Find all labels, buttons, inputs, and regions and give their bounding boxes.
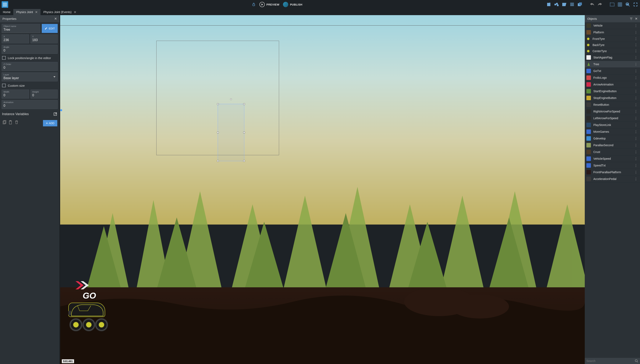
scene-view[interactable]: GO: [59, 15, 585, 364]
y-field[interactable]: Y: [31, 34, 58, 43]
tab-physics-joint[interactable]: Physics Joint ✕: [13, 9, 41, 15]
y-input[interactable]: [32, 38, 56, 42]
object-item[interactable]: Crust⋮: [585, 149, 640, 156]
more-icon[interactable]: ⋮: [633, 82, 638, 86]
more-icon[interactable]: ⋮: [633, 37, 638, 41]
object-item[interactable]: ArrowAnimation⋮: [585, 81, 640, 88]
object-item[interactable]: AccelerationPedal⋮: [585, 176, 640, 182]
object-item[interactable]: ResetButton⋮: [585, 102, 640, 108]
angle-field[interactable]: Angle: [2, 45, 58, 54]
more-icon[interactable]: ⋮: [633, 49, 638, 53]
object-item[interactable]: SpeedTxt⋮: [585, 162, 640, 169]
search-icon[interactable]: [635, 359, 638, 363]
object-item[interactable]: LeftArrowForSpeed⋮: [585, 115, 640, 122]
object-item[interactable]: CenterTyre⋮: [585, 48, 640, 54]
search-input[interactable]: [586, 359, 635, 363]
objects-search[interactable]: [585, 358, 640, 364]
more-icon[interactable]: ⋮: [633, 177, 638, 181]
object-item[interactable]: StartAgainFlag⋮: [585, 54, 640, 61]
more-icon[interactable]: ⋮: [633, 89, 638, 93]
close-icon[interactable]: ✕: [54, 17, 57, 21]
object-name-input[interactable]: [4, 28, 39, 32]
object-item[interactable]: FrontParallaxPlatform⋮: [585, 169, 640, 176]
more-icon[interactable]: ⋮: [633, 116, 638, 120]
more-icon[interactable]: ⋮: [633, 130, 638, 134]
more-icon[interactable]: ⋮: [633, 56, 638, 60]
more-icon[interactable]: ⋮: [633, 76, 638, 80]
custom-size-checkbox[interactable]: [2, 84, 6, 87]
object-item[interactable]: PlayStoreLink⋮: [585, 122, 640, 128]
lock-checkbox-row[interactable]: Lock position/angle in the editor: [2, 55, 58, 60]
close-icon[interactable]: ✕: [35, 10, 38, 14]
mask-icon[interactable]: [609, 2, 615, 7]
more-icon[interactable]: ⋮: [633, 43, 638, 47]
object-item[interactable]: StartEngineButton⋮: [585, 88, 640, 95]
tab-physics-joint-events[interactable]: Physics Joint (Events) ✕: [41, 9, 79, 15]
add-button[interactable]: + ADD: [43, 120, 57, 126]
debug-button[interactable]: [252, 2, 256, 6]
copy-icon[interactable]: [2, 120, 7, 124]
more-icon[interactable]: ⋮: [633, 150, 638, 154]
windows-icon[interactable]: [577, 2, 583, 7]
instances-icon[interactable]: [554, 2, 559, 7]
x-input[interactable]: [4, 38, 27, 42]
more-icon[interactable]: ⋮: [633, 103, 638, 107]
object-item[interactable]: StopEngineButton⋮: [585, 95, 640, 102]
x-field[interactable]: X: [2, 34, 29, 43]
zoom-icon[interactable]: 1:1: [625, 2, 630, 7]
zorder-input[interactable]: [4, 66, 56, 70]
preview-button[interactable]: PREVIEW: [259, 2, 279, 7]
edit-button[interactable]: EDIT: [42, 24, 58, 33]
object-item[interactable]: Platform⋮: [585, 29, 640, 36]
more-icon[interactable]: ⋮: [633, 136, 638, 140]
object-item[interactable]: ParallaxSecond⋮: [585, 142, 640, 149]
more-icon[interactable]: ⋮: [633, 62, 638, 66]
add-object-icon[interactable]: [546, 2, 552, 7]
height-field[interactable]: Height: [31, 90, 58, 98]
animation-input[interactable]: [4, 104, 56, 108]
layer-select[interactable]: Base layer: [4, 76, 56, 80]
layers-icon[interactable]: [561, 2, 567, 7]
grid-icon[interactable]: [617, 2, 623, 7]
height-input[interactable]: [32, 94, 56, 97]
more-icon[interactable]: ⋮: [633, 24, 638, 28]
object-item[interactable]: FrolicLogo⋮: [585, 74, 640, 81]
more-icon[interactable]: ⋮: [633, 69, 638, 73]
lock-checkbox[interactable]: [2, 56, 6, 60]
list-icon[interactable]: [569, 2, 575, 7]
redo-icon[interactable]: [597, 2, 603, 7]
more-icon[interactable]: ⋮: [633, 164, 638, 168]
undo-icon[interactable]: [589, 2, 595, 7]
more-icon[interactable]: ⋮: [633, 157, 638, 161]
more-icon[interactable]: ⋮: [633, 170, 638, 174]
fullscreen-icon[interactable]: [633, 2, 638, 7]
object-item[interactable]: FrontTyre⋮: [585, 36, 640, 42]
more-icon[interactable]: ⋮: [633, 96, 638, 100]
zorder-field[interactable]: Z Order: [2, 62, 58, 71]
filter-icon[interactable]: [629, 17, 633, 20]
object-item[interactable]: GoTxt⋮: [585, 68, 640, 74]
tab-home[interactable]: Home: [0, 9, 13, 15]
paste-icon[interactable]: [8, 120, 13, 124]
object-item[interactable]: MoreGames⋮: [585, 128, 640, 135]
selection-box[interactable]: [218, 104, 244, 161]
object-item[interactable]: Tree⋮: [585, 61, 640, 68]
more-icon[interactable]: ⋮: [633, 110, 638, 114]
object-item[interactable]: RightArrowForSpeed⋮: [585, 108, 640, 115]
objects-list[interactable]: Vehicle⋮Platform⋮FrontTyre⋮BackTyre⋮Cent…: [585, 22, 640, 358]
custom-size-checkbox-row[interactable]: Custom size: [2, 83, 58, 88]
object-item[interactable]: Vehicle⋮: [585, 22, 640, 29]
more-icon[interactable]: ⋮: [633, 30, 638, 34]
close-icon[interactable]: ✕: [74, 10, 76, 14]
external-link-icon[interactable]: [53, 112, 57, 116]
animation-field[interactable]: Animation: [2, 100, 58, 109]
delete-icon[interactable]: [14, 120, 19, 124]
publish-button[interactable]: PUBLISH: [283, 2, 302, 7]
object-item[interactable]: Gdevelop⋮: [585, 135, 640, 142]
width-field[interactable]: Width: [2, 90, 29, 98]
angle-input[interactable]: [4, 49, 56, 52]
width-input[interactable]: [4, 94, 27, 97]
object-name-field[interactable]: Object name: [2, 24, 40, 33]
layer-field[interactable]: Layer Base layer: [2, 72, 58, 82]
more-icon[interactable]: ⋮: [633, 123, 638, 127]
